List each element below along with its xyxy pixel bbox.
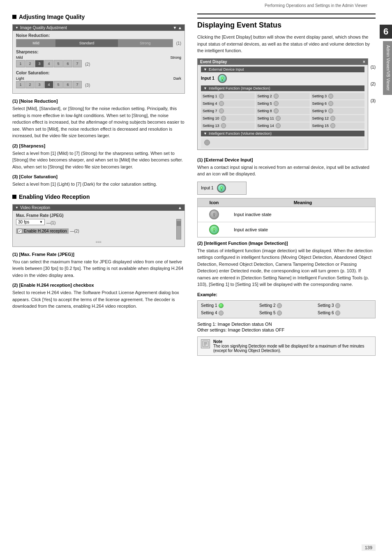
color-cell-4[interactable]: 4: [44, 81, 53, 88]
example-setting-4: Setting 4: [199, 310, 257, 316]
ext-device-desc-title: (1) [External Device Input]: [197, 157, 376, 162]
max-frame-rate-desc-body: You can select the maximum frame rate fo…: [12, 258, 185, 279]
triangle-icon-2: ▼: [15, 206, 18, 210]
ann2: (2): [371, 82, 376, 86]
fps-select[interactable]: 30 fps ▼: [16, 219, 45, 225]
color-saturation-slider[interactable]: 1 2 3 4 5 6 7: [16, 81, 82, 88]
event-status-title: Displaying Event Status: [197, 18, 376, 30]
setting-cell-14: Setting 14: [256, 122, 309, 129]
icon-inactive-cell: [198, 207, 231, 222]
color-cell-6[interactable]: 6: [63, 81, 72, 88]
sharpness-cell-4[interactable]: 4: [44, 60, 53, 67]
color-dark: Dark: [173, 76, 181, 81]
sharpness-cell-3[interactable]: 3: [35, 60, 44, 67]
image-quality-panel-body: Noise Reduction: Mild Standard Strong (1…: [13, 31, 184, 93]
color-saturation-desc-title: (3) [Color Saturation]: [12, 174, 185, 179]
svg-point-6: [213, 213, 215, 215]
icon-table-header: Icon Meaning: [198, 198, 375, 207]
setting-cell-13: Setting 13: [201, 122, 255, 129]
example-line2: Other settings: Image Detection status O…: [197, 327, 376, 332]
h264-desc: (2) [Enable H.264 reception] checkbox Se…: [12, 283, 185, 310]
setting-cell-2: Setting 2: [256, 93, 309, 99]
svg-point-0: [221, 77, 224, 79]
image-quality-panel-title: ▼ Image Quality Adjustment ▼ ▲: [13, 25, 184, 31]
vol-body: [201, 138, 364, 148]
h264-checkbox[interactable]: ✓: [18, 229, 22, 233]
example-label: Example:: [197, 292, 376, 297]
color-annotation: (3): [85, 83, 90, 88]
ann3: (3): [371, 99, 376, 103]
note-icon: [201, 339, 210, 348]
event-display-panel: Event Display × ▼ External Device Input …: [197, 58, 368, 150]
event-panel-main: Event Display × ▼ External Device Input …: [197, 58, 368, 154]
input-display-label: Input 1: [201, 186, 214, 190]
sharpness-cell-7[interactable]: 7: [73, 60, 82, 67]
sharpness-desc: (2) [Sharpness] Select a level from [1] …: [12, 143, 185, 170]
page-header: Performing Operations and Settings in th…: [0, 0, 392, 9]
int-func-bar: ▼ Intelligent Function (Image Detection): [201, 85, 364, 91]
resize-handle: ≡≡≡: [16, 240, 181, 244]
image-quality-panel: ▼ Image Quality Adjustment ▼ ▲ Noise Red…: [12, 24, 185, 94]
sharpness-desc-body: Select a level from [1] (Mild) to [7] (S…: [12, 150, 185, 170]
vol-dot: [204, 140, 210, 145]
input-display-icon: [217, 184, 226, 193]
h264-checkbox-row[interactable]: ✓ Enable H.264 reception: [16, 228, 69, 234]
setting-cell-15: Setting 15: [311, 122, 364, 129]
color-light: Light: [16, 76, 24, 81]
color-saturation-label: Color Saturation:: [16, 71, 181, 75]
inactive-meaning-cell: Input inactive state: [231, 207, 375, 222]
color-cell-5[interactable]: 5: [54, 81, 63, 88]
setting-cell-3: Setting 3: [311, 93, 364, 99]
max-frame-rate-desc: (1) [Max. Frame Rate (JPEG)] You can sel…: [12, 252, 185, 279]
close-button[interactable]: ×: [363, 60, 365, 64]
icon-active-cell: [198, 222, 231, 237]
section-icon-2: [12, 195, 16, 199]
triangle-vol: ▼: [203, 131, 207, 136]
noise-reduction-slider[interactable]: Mild Standard Strong: [16, 39, 173, 47]
color-cell-1[interactable]: 1: [16, 81, 25, 88]
external-device-bar: ▼ External Device Input: [201, 67, 364, 72]
video-reception-panel: ▼ Video Reception ▲ Max. Frame Rate (JPE…: [12, 204, 185, 247]
noise-mild: Mild: [16, 39, 55, 47]
input-display-box: Input 1: [197, 182, 247, 195]
fps-value: 30 fps: [18, 220, 29, 224]
svg-point-9: [213, 228, 215, 230]
setting-cell-4: Setting 4: [201, 100, 255, 107]
example-setting-1: Setting 1: [199, 302, 257, 309]
video-reception-title: Enabling Video Reception: [12, 193, 185, 200]
active-meaning-cell: Input active state: [231, 222, 375, 237]
ext-device-desc: (1) [External Device Input] When a conta…: [197, 157, 376, 177]
scroll-bar[interactable]: [176, 219, 181, 240]
setting-cell-12: Setting 12: [311, 115, 364, 122]
max-frame-rate-desc-title: (1) [Max. Frame Rate (JPEG)]: [12, 252, 185, 257]
sharpness-cell-2[interactable]: 2: [25, 60, 35, 67]
setting-cell-5: Setting 5: [256, 100, 309, 107]
noise-standard: Standard: [55, 39, 118, 47]
sharpness-cell-5[interactable]: 5: [54, 60, 63, 67]
sharpness-cell-6[interactable]: 6: [63, 60, 72, 67]
color-cell-3[interactable]: 3: [35, 81, 44, 88]
icon-col-header: Icon: [198, 198, 231, 207]
svg-point-3: [220, 187, 223, 189]
sharpness-cell-1[interactable]: 1: [16, 60, 25, 67]
scroll-thumb: [177, 221, 181, 226]
h264-desc-title: (2) [Enable H.264 reception] checkbox: [12, 283, 185, 288]
noise-strong: Strong: [118, 39, 173, 47]
scroll-up[interactable]: ▲: [178, 205, 182, 210]
panel-icons[interactable]: ▼ ▲: [173, 25, 182, 30]
example-setting-grid: Setting 1Setting 2Setting 3Setting 4Sett…: [197, 300, 376, 318]
ext-device-desc-body: When a contact input signal is received …: [197, 164, 376, 177]
icon-table: Icon Meaning Input inactive state: [197, 198, 376, 237]
color-saturation-desc: (3) [Color Saturation] Select a level fr…: [12, 174, 185, 188]
color-cell-2[interactable]: 2: [25, 81, 35, 88]
video-reception-panel-title: ▼ Video Reception ▲: [13, 205, 184, 211]
section-icon: [12, 15, 16, 19]
sharpness-slider[interactable]: 1 2 3 4 5 6 7: [16, 60, 82, 67]
input1-row: Input 1: [201, 74, 364, 83]
h264-checkbox-label: Enable H.264 reception: [24, 229, 67, 233]
ann1: (1): [371, 65, 376, 69]
triangle-ext: ▼: [203, 67, 207, 71]
sharpness-annotation: (2): [85, 62, 90, 67]
color-cell-7[interactable]: 7: [73, 81, 82, 88]
fps-arrow: ▼: [39, 220, 43, 224]
